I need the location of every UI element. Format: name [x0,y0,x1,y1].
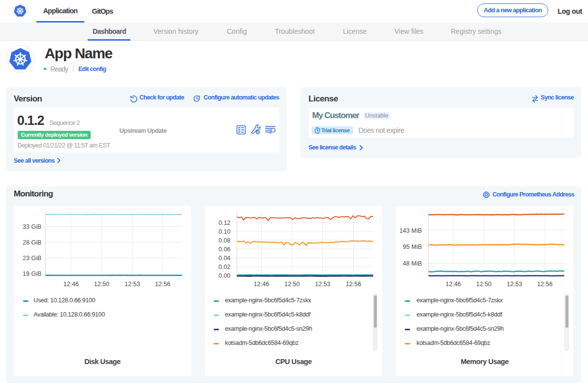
svg-text:0.10: 0.10 [219,228,230,235]
svg-text:28 GiB: 28 GiB [23,239,41,246]
svg-text:0.02: 0.02 [219,264,230,270]
svg-text:12:53: 12:53 [124,281,140,288]
svg-text:12:50: 12:50 [476,281,491,288]
svg-text:23 GiB: 23 GiB [23,255,41,262]
svg-text:12:46: 12:46 [63,281,78,288]
svg-text:12:56: 12:56 [346,281,361,288]
svg-text:0.08: 0.08 [219,237,230,244]
svg-text:12:50: 12:50 [94,281,109,288]
svg-text:12:46: 12:46 [445,281,461,288]
svg-text:48 MiB: 48 MiB [403,260,422,267]
svg-text:12:50: 12:50 [284,281,299,288]
svg-text:0.04: 0.04 [219,255,230,262]
svg-text:12:53: 12:53 [315,281,330,288]
svg-text:0.00: 0.00 [219,272,230,279]
svg-text:95 MiB: 95 MiB [403,244,422,250]
svg-text:12:56: 12:56 [155,281,170,288]
svg-text:143 MiB: 143 MiB [399,227,422,234]
svg-text:0.06: 0.06 [219,246,230,253]
svg-text:12:56: 12:56 [537,281,552,288]
svg-text:12:53: 12:53 [507,281,522,288]
svg-text:12:46: 12:46 [254,281,269,288]
svg-text:0.12: 0.12 [219,219,230,226]
svg-text:19 GiB: 19 GiB [23,270,41,277]
svg-text:33 GiB: 33 GiB [23,223,41,230]
